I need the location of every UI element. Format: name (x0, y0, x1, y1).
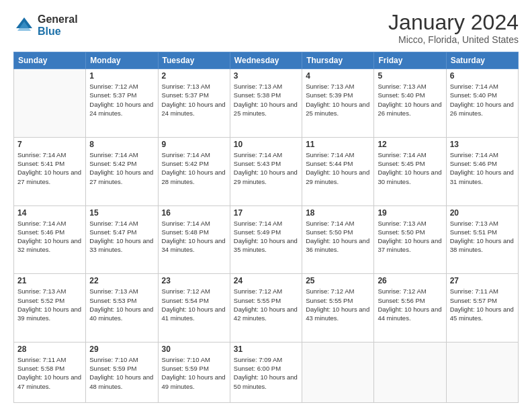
day-cell: 9Sunrise: 7:14 AM Sunset: 5:42 PM Daylig… (158, 137, 230, 205)
day-info: Sunrise: 7:14 AM Sunset: 5:40 PM Dayligh… (450, 82, 515, 118)
day-number: 21 (17, 276, 82, 285)
day-info: Sunrise: 7:10 AM Sunset: 5:59 PM Dayligh… (89, 355, 154, 391)
day-cell: 29Sunrise: 7:10 AM Sunset: 5:59 PM Dayli… (86, 342, 158, 402)
calendar-table: Sunday Monday Tuesday Wednesday Thursday… (13, 52, 519, 403)
header: General Blue January 2024 Micco, Florida… (13, 11, 519, 45)
title-section: January 2024 Micco, Florida, United Stat… (388, 11, 519, 45)
header-monday: Monday (86, 52, 158, 69)
header-tuesday: Tuesday (158, 52, 230, 69)
week-row-1: 7Sunrise: 7:14 AM Sunset: 5:41 PM Daylig… (14, 137, 519, 205)
day-cell: 18Sunrise: 7:14 AM Sunset: 5:50 PM Dayli… (302, 205, 374, 274)
day-number: 6 (450, 71, 515, 81)
day-info: Sunrise: 7:13 AM Sunset: 5:50 PM Dayligh… (378, 219, 442, 255)
day-cell: 24Sunrise: 7:12 AM Sunset: 5:55 PM Dayli… (230, 274, 302, 342)
day-info: Sunrise: 7:11 AM Sunset: 5:58 PM Dayligh… (17, 355, 82, 391)
day-info: Sunrise: 7:13 AM Sunset: 5:53 PM Dayligh… (89, 287, 154, 322)
page: General Blue January 2024 Micco, Florida… (0, 0, 532, 411)
day-cell: 25Sunrise: 7:12 AM Sunset: 5:55 PM Dayli… (302, 274, 374, 342)
day-number: 23 (162, 276, 226, 285)
day-cell: 8Sunrise: 7:14 AM Sunset: 5:42 PM Daylig… (86, 137, 158, 205)
week-row-3: 21Sunrise: 7:13 AM Sunset: 5:52 PM Dayli… (14, 274, 519, 342)
day-number: 5 (378, 71, 442, 81)
day-number: 17 (234, 208, 298, 218)
day-info: Sunrise: 7:14 AM Sunset: 5:46 PM Dayligh… (17, 219, 82, 255)
day-number: 20 (450, 208, 515, 218)
day-cell: 22Sunrise: 7:13 AM Sunset: 5:53 PM Dayli… (86, 274, 158, 342)
day-cell: 1Sunrise: 7:12 AM Sunset: 5:37 PM Daylig… (86, 69, 158, 138)
day-cell (302, 342, 374, 402)
day-info: Sunrise: 7:12 AM Sunset: 5:55 PM Dayligh… (234, 287, 298, 322)
day-number: 24 (234, 276, 298, 285)
day-cell: 10Sunrise: 7:14 AM Sunset: 5:43 PM Dayli… (230, 137, 302, 205)
header-row: Sunday Monday Tuesday Wednesday Thursday… (14, 52, 519, 69)
day-info: Sunrise: 7:12 AM Sunset: 5:55 PM Dayligh… (306, 287, 370, 322)
day-info: Sunrise: 7:14 AM Sunset: 5:44 PM Dayligh… (306, 150, 370, 186)
day-number: 29 (89, 345, 154, 354)
day-cell: 11Sunrise: 7:14 AM Sunset: 5:44 PM Dayli… (302, 137, 374, 205)
day-info: Sunrise: 7:12 AM Sunset: 5:37 PM Dayligh… (89, 82, 154, 118)
calendar-body: 1Sunrise: 7:12 AM Sunset: 5:37 PM Daylig… (14, 69, 519, 403)
day-info: Sunrise: 7:09 AM Sunset: 6:00 PM Dayligh… (234, 355, 298, 391)
day-number: 12 (378, 140, 442, 149)
day-number: 11 (306, 140, 370, 149)
day-info: Sunrise: 7:14 AM Sunset: 5:41 PM Dayligh… (17, 150, 82, 186)
day-cell: 28Sunrise: 7:11 AM Sunset: 5:58 PM Dayli… (14, 342, 86, 402)
day-cell: 21Sunrise: 7:13 AM Sunset: 5:52 PM Dayli… (14, 274, 86, 342)
logo-icon (13, 15, 35, 36)
day-number: 27 (450, 276, 515, 285)
day-info: Sunrise: 7:12 AM Sunset: 5:54 PM Dayligh… (162, 287, 226, 322)
day-cell: 5Sunrise: 7:13 AM Sunset: 5:40 PM Daylig… (374, 69, 446, 138)
day-info: Sunrise: 7:12 AM Sunset: 5:56 PM Dayligh… (378, 287, 442, 322)
day-info: Sunrise: 7:14 AM Sunset: 5:46 PM Dayligh… (450, 150, 515, 186)
day-cell: 15Sunrise: 7:14 AM Sunset: 5:47 PM Dayli… (86, 205, 158, 274)
day-number: 15 (89, 208, 154, 218)
day-cell: 19Sunrise: 7:13 AM Sunset: 5:50 PM Dayli… (374, 205, 446, 274)
day-cell: 30Sunrise: 7:10 AM Sunset: 5:59 PM Dayli… (158, 342, 230, 402)
day-info: Sunrise: 7:10 AM Sunset: 5:59 PM Dayligh… (162, 355, 226, 391)
day-cell: 13Sunrise: 7:14 AM Sunset: 5:46 PM Dayli… (446, 137, 518, 205)
day-cell: 12Sunrise: 7:14 AM Sunset: 5:45 PM Dayli… (374, 137, 446, 205)
header-wednesday: Wednesday (230, 52, 302, 69)
day-number: 13 (450, 140, 515, 149)
day-number: 1 (89, 71, 154, 81)
header-thursday: Thursday (302, 52, 374, 69)
day-cell: 26Sunrise: 7:12 AM Sunset: 5:56 PM Dayli… (374, 274, 446, 342)
day-info: Sunrise: 7:11 AM Sunset: 5:57 PM Dayligh… (450, 287, 515, 322)
day-cell (14, 69, 86, 138)
day-cell: 6Sunrise: 7:14 AM Sunset: 5:40 PM Daylig… (446, 69, 518, 138)
day-info: Sunrise: 7:13 AM Sunset: 5:39 PM Dayligh… (306, 82, 370, 118)
day-number: 2 (162, 71, 226, 81)
calendar-header: Sunday Monday Tuesday Wednesday Thursday… (14, 52, 519, 69)
month-title: January 2024 (388, 11, 519, 34)
day-number: 22 (89, 276, 154, 285)
day-info: Sunrise: 7:13 AM Sunset: 5:37 PM Dayligh… (162, 82, 226, 118)
day-number: 8 (89, 140, 154, 149)
day-cell: 23Sunrise: 7:12 AM Sunset: 5:54 PM Dayli… (158, 274, 230, 342)
day-number: 4 (306, 71, 370, 81)
day-info: Sunrise: 7:13 AM Sunset: 5:38 PM Dayligh… (234, 82, 298, 118)
day-info: Sunrise: 7:14 AM Sunset: 5:42 PM Dayligh… (162, 150, 226, 186)
day-info: Sunrise: 7:13 AM Sunset: 5:52 PM Dayligh… (17, 287, 82, 322)
day-cell: 3Sunrise: 7:13 AM Sunset: 5:38 PM Daylig… (230, 69, 302, 138)
day-info: Sunrise: 7:14 AM Sunset: 5:48 PM Dayligh… (162, 219, 226, 255)
day-cell: 20Sunrise: 7:13 AM Sunset: 5:51 PM Dayli… (446, 205, 518, 274)
day-number: 18 (306, 208, 370, 218)
day-info: Sunrise: 7:14 AM Sunset: 5:49 PM Dayligh… (234, 219, 298, 255)
day-number: 28 (17, 345, 82, 354)
day-info: Sunrise: 7:14 AM Sunset: 5:45 PM Dayligh… (378, 150, 442, 186)
day-cell: 14Sunrise: 7:14 AM Sunset: 5:46 PM Dayli… (14, 205, 86, 274)
day-info: Sunrise: 7:14 AM Sunset: 5:50 PM Dayligh… (306, 219, 370, 255)
day-number: 7 (17, 140, 82, 149)
day-info: Sunrise: 7:14 AM Sunset: 5:43 PM Dayligh… (234, 150, 298, 186)
location: Micco, Florida, United States (388, 34, 519, 45)
day-info: Sunrise: 7:13 AM Sunset: 5:40 PM Dayligh… (378, 82, 442, 118)
day-cell: 31Sunrise: 7:09 AM Sunset: 6:00 PM Dayli… (230, 342, 302, 402)
day-number: 9 (162, 140, 226, 149)
day-number: 16 (162, 208, 226, 218)
logo-blue: Blue (38, 26, 78, 38)
day-cell: 7Sunrise: 7:14 AM Sunset: 5:41 PM Daylig… (14, 137, 86, 205)
day-number: 25 (306, 276, 370, 285)
header-sunday: Sunday (14, 52, 86, 69)
header-saturday: Saturday (446, 52, 518, 69)
day-cell (446, 342, 518, 402)
